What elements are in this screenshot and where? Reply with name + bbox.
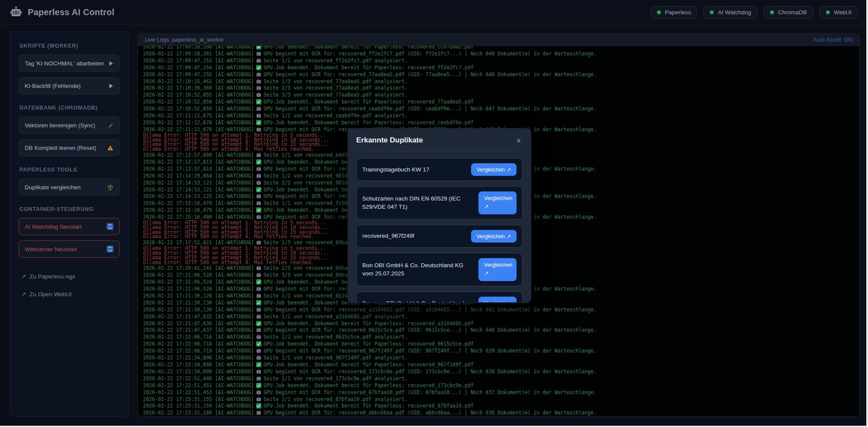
log-line: 2026-02-22 17:23:31,159 [AI-WATCHDOG]GPU…	[143, 402, 855, 409]
sidebar-link-zu-paperless-ngx[interactable]: ↗Zu Paperless-ngx	[21, 273, 120, 280]
status-badge-label: WebUI	[834, 9, 852, 16]
sidebar-button-label: AI Watchdog Neustart	[25, 223, 107, 230]
duplicate-item: Bon OBI GmbH & Co. Deutschland KG vom 25…	[356, 253, 523, 286]
log-timestamp: 2026-02-22 17:13:57,808 [AI-WATCHDOG]	[143, 152, 254, 158]
sidebar-button-webserver-neustart[interactable]: Webserver Neustart	[19, 240, 120, 258]
robot-icon	[256, 58, 261, 63]
duplicate-item: recovered_967f249fVergleichen ↗	[356, 225, 523, 248]
robot-icon	[256, 180, 261, 185]
log-message: Seite 1/1 von recovered_ff2e2fc7.pdf ana…	[263, 58, 407, 64]
log-line: 2026-02-22 17:21:47,637 [AI-WATCHDOG]GPU…	[143, 327, 855, 333]
log-message: Seite 1/1 von recovered_173cbc9e.pdf ana…	[263, 375, 407, 382]
sidebar-button-ai-watchdog-neustart[interactable]: AI Watchdog Neustart	[19, 218, 120, 235]
log-timestamp: 2026-02-22 17:20:41,141 [AI-WATCHDOG]	[143, 265, 254, 271]
log-line: 2026-02-22 17:21:30,130 [AI-WATCHDOG]GPU…	[143, 306, 855, 313]
robot-icon	[256, 51, 261, 56]
log-timestamp: 2026-02-22 17:15:16,479 [AI-WATCHDOG]	[143, 207, 254, 213]
section-title: SKRIPTE (WORKER)	[20, 43, 120, 49]
sidebar-button-duplikate-vergleichen[interactable]: Duplikate vergleichen	[19, 178, 120, 196]
sidebar-link-zu-open-webui[interactable]: ↗Zu Open WebUI	[21, 291, 120, 298]
robot-icon	[256, 327, 261, 333]
robot-icon	[256, 166, 261, 171]
log-message: Seite 1/1 von recovered_ceabdf0e.pdf ana…	[263, 113, 407, 119]
log-timestamp: 2026-02-22 17:11:12,679 [AI-WATCHDOG]	[143, 126, 254, 133]
log-line: 2026-02-22 17:10:52,859 [AI-WATCHDOG]GPU…	[143, 98, 855, 105]
log-panel-header: Live Logs: paperless_ai_worker Auto-Scro…	[138, 34, 859, 46]
log-message: Seite 1/1 von recovered_967f249f.pdf ana…	[263, 355, 407, 361]
sidebar-button-db-komplett-leeren-reset[interactable]: DB Komplett leeren (Reset)	[19, 139, 120, 156]
window-scrollbar[interactable]	[866, 0, 868, 427]
compare-button[interactable]: Vergleichen ↗	[471, 163, 517, 176]
log-timestamp: 2026-02-22 17:11:12,678 [AI-WATCHDOG]	[143, 120, 254, 126]
robot-icon	[256, 355, 261, 360]
log-line: 2026-02-22 17:11:12,678 [AI-WATCHDOG]GPU…	[143, 119, 855, 126]
check-icon	[256, 403, 261, 408]
sidebar-button-label: Tag 'KI-NOCHMAL' abarbeiten	[25, 60, 108, 67]
check-icon	[256, 120, 261, 125]
robot-icon	[256, 113, 261, 118]
log-line: 2026-02-22 17:23:31,155 [AI-WATCHDOG]Sei…	[143, 396, 855, 403]
sidebar-button-label: Vektoren bereinigen (Sync)	[25, 122, 107, 129]
check-icon	[256, 341, 261, 346]
log-line: 2026-02-22 17:23:58,241 [AI-WATCHDOG]Sei…	[143, 416, 855, 417]
modal-divider	[355, 152, 523, 152]
log-panel-title: Live Logs: paperless_ai_worker	[145, 36, 224, 43]
refresh-icon	[107, 246, 114, 252]
log-timestamp: 2026-02-22 17:14:53,121 [AI-WATCHDOG]	[143, 187, 254, 193]
sidebar-button-ki-backfill-fehlende[interactable]: KI-Backfill (Fehlende)	[19, 77, 120, 94]
status-badge-webui: WebUI	[819, 6, 858, 19]
log-line: 2026-02-22 17:22:51,446 [AI-WATCHDOG]Sei…	[143, 375, 855, 382]
log-timestamp: 2026-02-22 17:09:47,254 [AI-WATCHDOG]	[143, 65, 254, 71]
robot-icon	[256, 201, 261, 206]
status-badges: PaperlessAI WatchdogChromaDBWebUI	[650, 6, 858, 19]
log-timestamp: 2026-02-22 17:11:12,675 [AI-WATCHDOG]	[143, 113, 254, 119]
log-timestamp: 2026-02-22 17:21:30,130 [AI-WATCHDOG]	[143, 307, 254, 313]
log-message: GPU-Job beendet. Dokument bereit für Pap…	[263, 99, 474, 105]
log-line: 2026-02-22 17:22:06,718 [AI-WATCHDOG]GPU…	[143, 340, 855, 347]
robot-icon	[256, 293, 261, 298]
compare-button[interactable]: Vergleichen ↗	[478, 258, 517, 281]
check-icon	[256, 279, 261, 285]
log-timestamp: 2026-02-22 17:09:28,298 [AI-WATCHDOG]	[143, 46, 254, 50]
compare-button[interactable]: Vergleichen ↗	[478, 297, 517, 303]
scales-icon	[107, 184, 114, 191]
status-badge-chromadb: ChromaDB	[764, 6, 813, 19]
log-line: 2026-02-22 17:23:31,160 [AI-WATCHDOG]GPU…	[143, 409, 855, 416]
section-title: CONTAINER-STEUERUNG	[20, 206, 120, 212]
sidebar-link-label: Zu Open WebUI	[29, 291, 72, 298]
log-timestamp: 2026-02-22 17:15:16,479 [AI-WATCHDOG]	[143, 200, 254, 206]
section-title: PAPERLESS TOOLS	[20, 167, 120, 173]
log-timestamp: 2026-02-22 17:14:29,864 [AI-WATCHDOG]	[143, 173, 254, 179]
check-icon	[256, 187, 261, 192]
log-line: 2026-02-22 17:21:47,632 [AI-WATCHDOG]Sei…	[143, 313, 855, 320]
autoscroll-toggle[interactable]: Auto-Scroll: ON	[813, 36, 852, 43]
check-icon	[256, 207, 261, 213]
broom-icon	[107, 122, 114, 129]
status-badge-paperless: Paperless	[650, 6, 697, 19]
sidebar-button-vektoren-bereinigen-sync[interactable]: Vektoren bereinigen (Sync)	[19, 116, 120, 134]
log-timestamp: 2026-02-22 17:10:30,360 [AI-WATCHDOG]	[143, 85, 254, 91]
log-line: 2026-02-22 17:22:34,899 [AI-WATCHDOG]GPU…	[143, 368, 855, 375]
robot-icon	[256, 214, 261, 220]
sidebar: SKRIPTE (WORKER)Tag 'KI-NOCHMAL' abarbei…	[10, 31, 129, 417]
robot-icon	[256, 265, 261, 271]
log-timestamp: 2026-02-22 17:22:06,718 [AI-WATCHDOG]	[143, 341, 254, 347]
robot-icon	[256, 72, 261, 77]
log-message: GPU beginnt mit OCR für: recovered_ceabd…	[263, 106, 597, 112]
robot-icon	[256, 390, 261, 395]
log-message: Seite 3/3 von recovered_77aa8ea5.pdf ana…	[263, 92, 407, 98]
close-icon[interactable]: ×	[514, 136, 523, 146]
compare-button[interactable]: Vergleichen ↗	[478, 191, 517, 214]
log-line: 2026-02-22 17:22:34,896 [AI-WATCHDOG]Sei…	[143, 354, 855, 361]
log-message: Seite 1/1 von recovered_a3104685.pdf ana…	[263, 314, 407, 320]
log-message: GPU-Job beendet. Dokument bereit für Pap…	[263, 46, 474, 50]
compare-button[interactable]: Vergleichen ↗	[471, 230, 517, 243]
duplicate-item-label: Bon OBI GmbH & Co. Deutschland KG vom 25…	[362, 261, 478, 278]
check-icon	[256, 383, 261, 388]
log-message: GPU-Job beendet. Dokument bereit für Pap…	[263, 120, 474, 126]
log-message: GPU beginnt mit OCR für: recovered_77aa8…	[263, 71, 597, 78]
sidebar-button-tag-ki-nochmal-abarbeiten[interactable]: Tag 'KI-NOCHMAL' abarbeiten	[19, 55, 120, 72]
external-link-icon: ↗	[21, 273, 26, 280]
play-icon	[108, 83, 114, 89]
check-icon	[256, 321, 261, 326]
